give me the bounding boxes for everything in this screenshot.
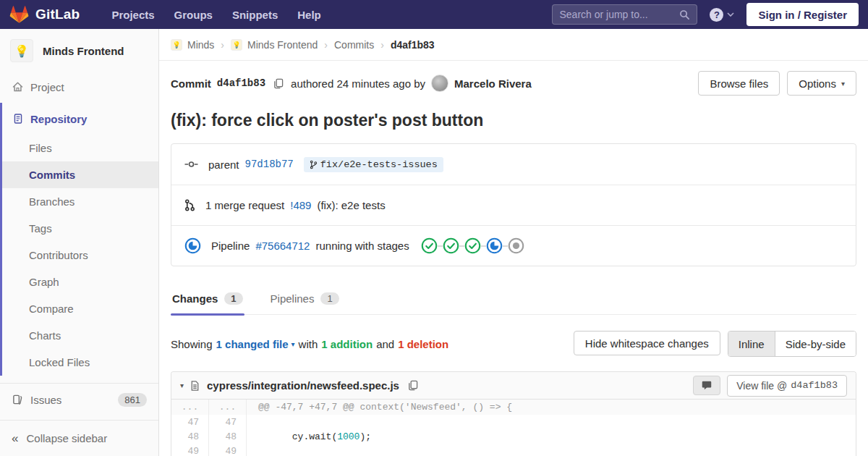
sidebar-item-project[interactable]: Project	[0, 71, 158, 103]
project-context-header[interactable]: 💡 Minds Frontend	[0, 29, 158, 71]
search-input[interactable]	[559, 9, 679, 20]
authored-text: authored 24 minutes ago by	[291, 77, 425, 90]
gitlab-logo[interactable]: GitLab	[9, 5, 80, 24]
sign-in-register-button[interactable]: Sign in / Register	[746, 3, 859, 26]
nav-menu-projects[interactable]: Projects	[111, 9, 154, 21]
sidebar-item-label: Issues	[30, 394, 61, 406]
stage-success-icon-3[interactable]	[464, 237, 481, 254]
brand-text: GitLab	[35, 7, 80, 22]
sidebar-item-compare[interactable]: Compare	[2, 295, 158, 322]
old-line-number[interactable]: 48	[171, 429, 209, 444]
copy-icon	[407, 380, 418, 391]
file-path[interactable]: cypress/integration/newsfeed.spec.js	[207, 379, 399, 392]
help-dropdown[interactable]: ?	[710, 8, 734, 22]
stage-connector	[438, 245, 443, 247]
top-navbar: GitLab Projects Groups Snippets Help ? S…	[0, 0, 868, 29]
deletions-text: 1 deletion	[398, 338, 448, 350]
sidebar-nav: Project Repository Files Commits Branche…	[0, 71, 158, 420]
changed-files-label: 1 changed file	[216, 338, 289, 350]
main-content: 💡 Minds › 💡 Minds Frontend › Commits › d…	[159, 29, 868, 456]
options-dropdown-button[interactable]: Options ▾	[787, 71, 856, 96]
stage-success-icon-1[interactable]	[421, 237, 438, 254]
merge-request-link[interactable]: !489	[290, 199, 311, 211]
nav-menu-groups[interactable]: Groups	[174, 9, 213, 21]
commit-icon	[184, 159, 198, 169]
search-icon	[679, 9, 690, 20]
diff-line: 47 47	[171, 415, 856, 429]
commit-meta-row: Commit d4af1b83 authored 24 minutes ago …	[171, 71, 856, 96]
stage-success-icon-2[interactable]	[443, 237, 459, 254]
author-avatar[interactable]	[431, 75, 448, 92]
toggle-comments-button[interactable]	[693, 376, 720, 395]
side-by-side-view-button[interactable]: Side-by-side	[775, 332, 856, 356]
new-line-number[interactable]: 47	[209, 415, 247, 429]
collapse-sidebar-label: Collapse sidebar	[26, 432, 107, 444]
sidebar-item-branches[interactable]: Branches	[2, 188, 158, 215]
breadcrumb-group-label: Minds	[187, 39, 214, 51]
author-name[interactable]: Marcelo Rivera	[454, 77, 532, 90]
sidebar-item-charts[interactable]: Charts	[2, 322, 158, 349]
merge-request-icon	[184, 199, 195, 211]
branch-ref-chip[interactable]: fix/e2e-tests-issues	[304, 157, 443, 172]
parent-sha-link[interactable]: 97d18b77	[245, 159, 294, 170]
tanuki-icon	[9, 5, 29, 24]
browse-files-button[interactable]: Browse files	[698, 71, 780, 96]
stage-connector	[459, 245, 464, 247]
nav-menu-snippets[interactable]: Snippets	[232, 9, 278, 21]
collapse-sidebar-button[interactable]: « Collapse sidebar	[0, 420, 158, 456]
sidebar-item-repository[interactable]: Repository	[2, 103, 158, 135]
nav-menu-help[interactable]: Help	[297, 9, 321, 21]
hunk-old-gutter: ...	[171, 400, 209, 415]
view-file-button[interactable]: View file @ d4af1b83	[727, 375, 847, 397]
pipeline-row: Pipeline #75664712 running with stages	[171, 225, 856, 266]
global-search[interactable]	[552, 4, 697, 25]
new-line-number[interactable]: 48	[209, 429, 247, 444]
sidebar-item-issues[interactable]: Issues 861	[0, 384, 158, 415]
copy-sha-button[interactable]	[271, 77, 285, 90]
inline-view-button[interactable]: Inline	[728, 332, 775, 356]
branch-icon	[310, 160, 318, 169]
sidebar-item-locked-files[interactable]: Locked Files	[2, 349, 158, 376]
merge-request-count: 1 merge request	[205, 199, 284, 211]
diff-summary-row: Showing 1 changed file ▾ with 1 addition…	[171, 331, 856, 357]
copy-file-path-button[interactable]	[406, 379, 420, 392]
issues-icon	[12, 394, 24, 405]
commit-label: Commit	[171, 77, 211, 90]
pipelines-count-badge: 1	[320, 292, 339, 305]
sidebar-item-label: Repository	[30, 113, 87, 125]
sidebar-item-tags[interactable]: Tags	[2, 215, 158, 242]
options-label: Options	[799, 77, 836, 90]
diff-view-toggle: Inline Side-by-side	[728, 331, 856, 357]
sidebar-item-contributors[interactable]: Contributors	[2, 242, 158, 269]
breadcrumb-project[interactable]: 💡 Minds Frontend	[231, 39, 318, 51]
sidebar-item-commits[interactable]: Commits	[2, 161, 158, 188]
tab-pipelines[interactable]: Pipelines 1	[269, 286, 341, 314]
pipeline-id-link[interactable]: #75664712	[255, 240, 310, 252]
code-line: cy.wait(1000);	[247, 429, 856, 444]
help-icon: ?	[710, 8, 723, 22]
hide-whitespace-button[interactable]: Hide whitespace changes	[574, 331, 720, 355]
and-text: and	[376, 338, 394, 350]
repository-section: Repository Files Commits Branches Tags C…	[0, 103, 158, 376]
chevron-down-icon: ▾	[841, 80, 845, 88]
breadcrumb-commits[interactable]: Commits	[334, 39, 374, 51]
sidebar-item-graph[interactable]: Graph	[2, 269, 158, 295]
pipeline-mini-graph	[421, 237, 524, 254]
breadcrumb-group[interactable]: 💡 Minds	[171, 39, 214, 51]
breadcrumb-separator: ›	[380, 39, 384, 51]
collapse-file-caret-icon[interactable]: ▾	[180, 381, 184, 389]
changed-files-dropdown[interactable]: 1 changed file ▾	[216, 338, 295, 350]
old-line-number[interactable]: 47	[171, 415, 209, 429]
pipeline-running-icon[interactable]	[184, 237, 201, 254]
stage-running-icon[interactable]	[486, 237, 503, 254]
stage-created-icon[interactable]	[508, 237, 524, 254]
diff-line: 49 49	[171, 444, 856, 456]
new-line-number[interactable]: 49	[209, 444, 247, 456]
diff-file-card: ▾ cypress/integration/newsfeed.spec.js	[171, 371, 856, 456]
parent-row: parent 97d18b77 fix/e2e-tests-issues	[171, 144, 856, 185]
tab-changes[interactable]: Changes 1	[171, 286, 244, 314]
old-line-number[interactable]: 49	[171, 444, 209, 456]
changes-count-badge: 1	[224, 292, 242, 305]
breadcrumb-separator: ›	[221, 39, 224, 51]
sidebar-item-files[interactable]: Files	[2, 135, 158, 161]
